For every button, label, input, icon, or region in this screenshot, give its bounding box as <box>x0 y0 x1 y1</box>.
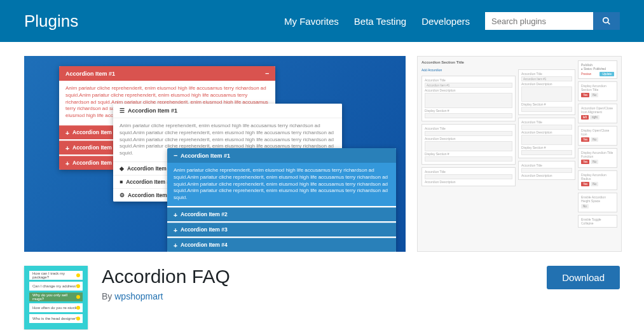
faq-bar: How can I track my package? <box>29 271 83 280</box>
search-group <box>485 12 620 30</box>
side-card: Accordion Title Accordion Description <box>421 167 516 186</box>
accordion-row: +Accordion Item #4 <box>167 238 396 252</box>
plus-icon: + <box>65 144 69 151</box>
search-input[interactable] <box>485 12 593 30</box>
accordion-header: ☰Accordion Item #1 <box>113 104 342 118</box>
nav-beta[interactable]: Beta Testing <box>354 16 406 27</box>
accordion-body: Anim pariatur cliche reprehenderit, enim… <box>167 163 396 206</box>
faq-bar: Who is the head designer? <box>29 314 83 323</box>
plus-icon: + <box>174 242 177 249</box>
banner-main: Accordion Item #1 − Anim pariatur cliche… <box>24 56 406 252</box>
setting-alignment: Accordion Open/Close Icon Alignment left… <box>578 104 617 123</box>
setting-title-function: Display Accordion Title Function YesNo <box>578 148 617 168</box>
faq-bar: Can I change my address? <box>29 282 83 291</box>
search-button[interactable] <box>593 12 620 30</box>
plugin-title: Accordion FAQ <box>102 266 533 287</box>
nav-favorites[interactable]: My Favorites <box>284 16 339 27</box>
download-button[interactable]: Download <box>547 266 620 289</box>
plus-icon: + <box>174 211 177 218</box>
svg-point-0 <box>603 18 608 23</box>
dot-icon <box>76 273 80 277</box>
side-left-col: Accordion Section Title Add Accordion Ac… <box>421 60 516 247</box>
side-section-title: Accordion Section Title <box>421 60 516 64</box>
author-link[interactable]: wpshopmart <box>114 291 163 301</box>
accordion-row: +Accordion Item #2 <box>167 207 396 221</box>
stack-icon: ☰ <box>120 107 125 114</box>
accordion-header: Accordion Item #1 − <box>59 66 275 81</box>
side-mid-col: Accordion Title Accordion Item #1 Accord… <box>518 60 575 247</box>
dot-icon <box>76 306 80 310</box>
header: Plugins My Favorites Beta Testing Develo… <box>0 0 644 42</box>
publish-box: Publish ● Status: Published PreviewUpdat… <box>578 60 617 79</box>
dot-icon <box>76 284 80 288</box>
plugin-author: By wpshopmart <box>102 291 533 301</box>
add-accordion-link: Add Accordion <box>421 68 516 72</box>
svg-line-1 <box>608 22 610 25</box>
plugin-icon: How can I track my package? Can I change… <box>24 266 88 329</box>
setting-radius: Display Accordion Radius YesNo <box>578 170 617 190</box>
accordion-title: Accordion Item #1 <box>65 71 115 77</box>
accordion-header: −Accordion Item #1 <box>167 148 396 163</box>
side-card: Accordion Title Accordion Item #1 Accord… <box>518 69 575 115</box>
accordion-row: +Accordion Item #3 <box>167 223 396 237</box>
nav-developers[interactable]: Developers <box>421 16 470 27</box>
faq-bar: How often do you re-stock? <box>29 303 83 312</box>
side-card: Accordion Title Accordion Item #1 Accord… <box>421 76 516 121</box>
minus-icon: − <box>265 70 269 77</box>
plugin-row: How can I track my package? Can I change… <box>0 252 644 330</box>
page-title: Plugins <box>24 11 78 31</box>
header-nav: My Favorites Beta Testing Developers <box>284 12 620 30</box>
setting-height-space: Enable Accordion Height Space No <box>578 193 617 212</box>
banner-side: Accordion Section Title Add Accordion Ac… <box>417 56 622 252</box>
side-card: Accordion Title Accordion Description Di… <box>518 118 575 158</box>
side-card: Accordion Title Accordion Description <box>518 161 575 180</box>
plugin-meta: Accordion FAQ By wpshopmart <box>102 266 533 301</box>
setting-toggle-collapse: Enable Toggle Collapse <box>578 215 617 228</box>
plus-icon: + <box>65 160 69 167</box>
setting-section-title: Display Accordion Section Title YesNo <box>578 81 617 101</box>
banner-row: Accordion Item #1 − Anim pariatur cliche… <box>0 42 644 252</box>
plus-icon: + <box>65 129 69 136</box>
accordion-card-blue: −Accordion Item #1 Anim pariatur cliche … <box>167 148 396 252</box>
search-icon <box>602 17 611 25</box>
setting-open-close: Display Open/Close Icon YesNo <box>578 126 617 146</box>
gear-icon: ⚙ <box>120 192 125 198</box>
dot-icon <box>76 295 80 299</box>
diamond-icon: ◆ <box>120 165 124 172</box>
side-card: Accordion Title Accordion Description Di… <box>421 124 516 165</box>
minus-icon: − <box>174 152 177 159</box>
plus-icon: + <box>174 226 177 233</box>
square-icon: ■ <box>120 179 123 185</box>
side-right-col: Publish ● Status: Published PreviewUpdat… <box>578 60 617 247</box>
dot-icon <box>76 317 80 320</box>
faq-bar-active: Why do you only sell mugs? <box>29 292 83 301</box>
